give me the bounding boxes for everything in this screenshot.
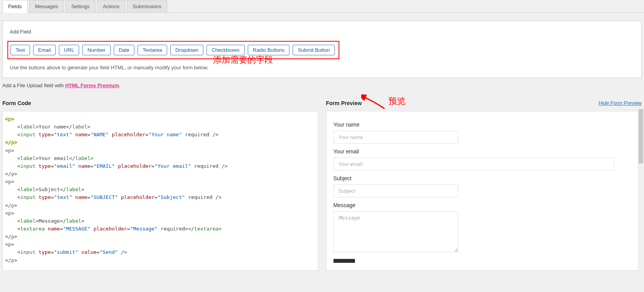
- field-btn-date[interactable]: Date: [114, 45, 134, 55]
- form-code-editor[interactable]: <p> <label>Your name</label> <input type…: [2, 111, 318, 271]
- tabs: Fields Messages Settings Actions Submiss…: [0, 0, 644, 13]
- add-field-panel: Add Field Text Email URL Number Date Tex…: [2, 21, 642, 78]
- upload-note-suffix: .: [119, 83, 121, 88]
- add-field-help: Use the buttons above to generate your f…: [10, 65, 634, 70]
- annotation-preview: 预览: [388, 95, 406, 107]
- hide-preview-link[interactable]: Hide Form Preview: [598, 100, 642, 106]
- add-field-title: Add Field: [10, 29, 634, 35]
- label-your-name: Your name: [333, 121, 635, 128]
- tab-actions[interactable]: Actions: [97, 0, 125, 12]
- field-btn-radio[interactable]: Radio Buttons: [248, 45, 290, 55]
- tab-settings[interactable]: Settings: [65, 0, 95, 12]
- field-btn-submit[interactable]: Submit Button: [293, 45, 335, 55]
- label-message: Message: [333, 202, 635, 208]
- textarea-message[interactable]: [333, 211, 458, 252]
- form-code-title: Form Code: [2, 100, 318, 106]
- field-btn-dropdown[interactable]: Dropdown: [170, 45, 203, 55]
- field-btn-url[interactable]: URL: [59, 45, 79, 55]
- scrollbar[interactable]: [638, 109, 644, 273]
- input-your-email[interactable]: [333, 158, 614, 171]
- tab-messages[interactable]: Messages: [29, 0, 64, 12]
- label-subject: Subject: [333, 175, 635, 181]
- field-btn-text[interactable]: Text: [11, 45, 30, 55]
- tab-fields[interactable]: Fields: [2, 0, 28, 13]
- field-btn-email[interactable]: Email: [33, 45, 56, 55]
- form-preview-box: Your name Your email Subject Message: [326, 111, 642, 271]
- input-your-name[interactable]: [333, 131, 458, 144]
- form-preview-col: Form Preview Hide Form Preview 预览 Your n…: [326, 100, 642, 271]
- field-btn-number[interactable]: Number: [82, 45, 110, 55]
- field-btn-textarea[interactable]: Textarea: [138, 45, 167, 55]
- form-preview-title: Form Preview: [326, 100, 642, 106]
- input-subject[interactable]: [333, 185, 458, 197]
- scrollbar-thumb[interactable]: [639, 109, 643, 164]
- field-buttons-row: Text Email URL Number Date Textarea Drop…: [7, 41, 339, 59]
- upload-note: Add a File Upload field with HTML Forms …: [2, 83, 642, 88]
- field-btn-checkboxes[interactable]: Checkboxes: [206, 45, 245, 55]
- label-your-email: Your email: [333, 148, 635, 155]
- upload-note-link[interactable]: HTML Forms Premium: [65, 83, 119, 88]
- form-code-col: Form Code <p> <label>Your name</label> <…: [2, 100, 318, 271]
- upload-note-prefix: Add a File Upload field with: [2, 83, 65, 88]
- annotation-add-field: 添加需要的字段: [213, 54, 273, 66]
- tab-submissions[interactable]: Submissions: [127, 0, 168, 12]
- submit-button-partial[interactable]: [333, 259, 355, 263]
